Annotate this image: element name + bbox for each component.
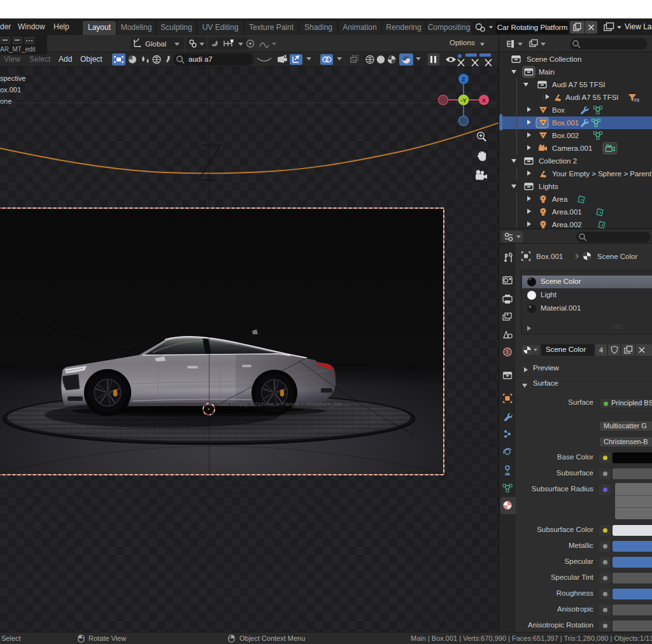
svg-text:Main: Main (539, 68, 555, 76)
svg-text:Collection 2: Collection 2 (539, 157, 577, 165)
svg-text:Box.002: Box.002 (552, 132, 579, 139)
svg-text:Scene Color: Scene Color (597, 253, 637, 260)
svg-text:Z: Z (462, 76, 465, 83)
svg-text:Area.002: Area.002 (552, 221, 582, 228)
svg-text:Lights: Lights (539, 183, 558, 190)
svg-text:Box: Box (552, 106, 565, 114)
svg-text:Scene Collection: Scene Collection (527, 55, 581, 63)
svg-text:Area: Area (552, 195, 568, 203)
svg-text:Box.001: Box.001 (552, 119, 579, 127)
svg-text:70: 70 (634, 97, 639, 103)
svg-text:Audi A7 55 TFSI: Audi A7 55 TFSI (565, 94, 619, 101)
svg-text:Global: Global (145, 40, 166, 48)
svg-text:Area.001: Area.001 (552, 208, 582, 216)
svg-text:-Y: -Y (461, 97, 467, 104)
svg-text:Box.001: Box.001 (536, 253, 563, 260)
svg-text:Camera.001: Camera.001 (552, 144, 592, 152)
svg-text:Audi A7 55 TFSI: Audi A7 55 TFSI (552, 81, 606, 88)
svg-text:Your Empty > Sphere > Parent >: Your Empty > Sphere > Parent > (552, 170, 652, 178)
svg-text:X: X (482, 97, 486, 104)
